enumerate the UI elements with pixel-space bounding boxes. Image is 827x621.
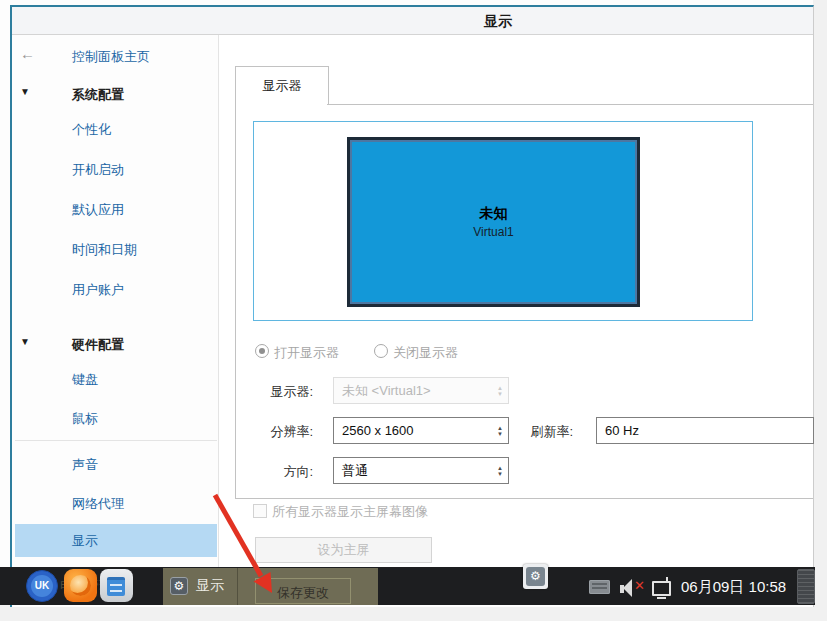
sidebar-section-hardware[interactable]: 硬件配置 [72, 336, 124, 354]
sidebar [12, 35, 219, 574]
orientation-value: 普通 [342, 462, 368, 480]
sidebar-item-personalize[interactable]: 个性化 [72, 121, 111, 139]
monitor-thumbnail[interactable]: 未知 Virtual1 [347, 137, 640, 307]
resolution-label: 分辨率: [233, 423, 313, 441]
tabbar-line [327, 104, 813, 105]
radio-display-off-label: 关闭显示器 [393, 344, 458, 362]
taskbar-task-display[interactable]: ⚙ 显示 保存更改 [163, 568, 378, 605]
collapse-triangle-icon[interactable]: ▼ [20, 336, 30, 347]
input-method-indicator[interactable]: ⚙ [523, 564, 548, 589]
screen: 显示 ← 控制面板主页 ▼ 系统配置 个性化 开机启动 默认应用 时间和日期 用… [0, 0, 827, 621]
task-label: 显示 [196, 577, 224, 595]
sidebar-item-default-apps[interactable]: 默认应用 [72, 201, 124, 219]
start-menu-button[interactable]: UK [26, 570, 58, 602]
monitor-select[interactable]: 未知 <Virtual1> ▲▼ [333, 377, 509, 404]
orientation-label: 方向: [233, 463, 313, 481]
gear-icon: ⚙ [526, 567, 545, 586]
sidebar-divider [15, 440, 217, 441]
sidebar-selected-highlight [15, 524, 217, 557]
monitor-select-value: 未知 <Virtual1> [342, 382, 431, 400]
monitor-field-label: 显示器: [233, 383, 313, 401]
sidebar-item-user-accounts[interactable]: 用户账户 [72, 281, 124, 299]
tab-monitor[interactable]: 显示器 [235, 66, 329, 105]
tabpane-border-bottom [235, 498, 813, 499]
sidebar-item-datetime[interactable]: 时间和日期 [72, 241, 137, 259]
orientation-select[interactable]: 普通 ▲▼ [333, 457, 509, 484]
sidebar-item-startup[interactable]: 开机启动 [72, 161, 124, 179]
radio-display-on-label: 打开显示器 [274, 344, 339, 362]
volume-muted-icon[interactable] [623, 579, 632, 597]
resolution-value: 2560 x 1600 [342, 423, 414, 438]
keyboard-tray-icon[interactable] [589, 580, 610, 594]
mirror-checkbox[interactable] [253, 504, 267, 518]
desktop-left-strip [0, 5, 10, 567]
radio-display-on[interactable] [255, 344, 269, 358]
back-arrow-icon[interactable]: ← [20, 45, 35, 62]
set-primary-button[interactable]: 设为主屏 [255, 537, 432, 563]
mirror-checkbox-label: 所有显示器显示主屏幕图像 [272, 503, 428, 521]
refresh-value: 60 Hz [605, 423, 639, 438]
task-button-divider [237, 568, 238, 605]
resolution-select[interactable]: 2560 x 1600 ▲▼ [333, 417, 509, 444]
tab-monitor-label: 显示器 [263, 77, 302, 95]
mute-x-icon: ✕ [634, 578, 645, 593]
window-titlebar[interactable]: 显示 [12, 7, 813, 35]
file-manager-icon[interactable] [100, 569, 133, 602]
sidebar-item-home[interactable]: 控制面板主页 [72, 48, 150, 66]
sidebar-section-system[interactable]: 系统配置 [72, 86, 124, 104]
window-title: 显示 [484, 13, 512, 31]
gear-icon: ⚙ [170, 577, 188, 595]
firefox-icon[interactable] [64, 569, 97, 602]
sidebar-item-network-proxy[interactable]: 网络代理 [72, 495, 124, 513]
refresh-label: 刷新率: [508, 423, 573, 441]
refresh-select[interactable]: 60 Hz [596, 417, 814, 444]
monitor-name: 未知 [480, 205, 508, 223]
network-tray-icon[interactable] [652, 581, 671, 596]
save-changes-button[interactable]: 保存更改 [255, 578, 351, 604]
monitor-preview-area: 未知 Virtual1 [253, 121, 753, 321]
radio-display-off[interactable] [374, 344, 388, 358]
taskbar: 电源管理 UK ⚙ 显示 保存更改 ✕ 06月09日 10:58 [0, 567, 815, 605]
sidebar-item-sound[interactable]: 声音 [72, 456, 98, 474]
show-desktop-button[interactable] [797, 569, 815, 604]
spinner-icon[interactable]: ▲▼ [497, 425, 503, 437]
taskbar-clock[interactable]: 06月09日 10:58 [681, 578, 786, 597]
sidebar-item-display[interactable]: 显示 [72, 532, 98, 550]
spinner-icon[interactable]: ▲▼ [497, 385, 503, 397]
spinner-icon[interactable]: ▲▼ [497, 465, 503, 477]
sidebar-item-keyboard[interactable]: 键盘 [72, 371, 98, 389]
collapse-triangle-icon[interactable]: ▼ [20, 86, 30, 97]
sidebar-item-mouse[interactable]: 鼠标 [72, 410, 98, 428]
monitor-id: Virtual1 [473, 225, 513, 239]
